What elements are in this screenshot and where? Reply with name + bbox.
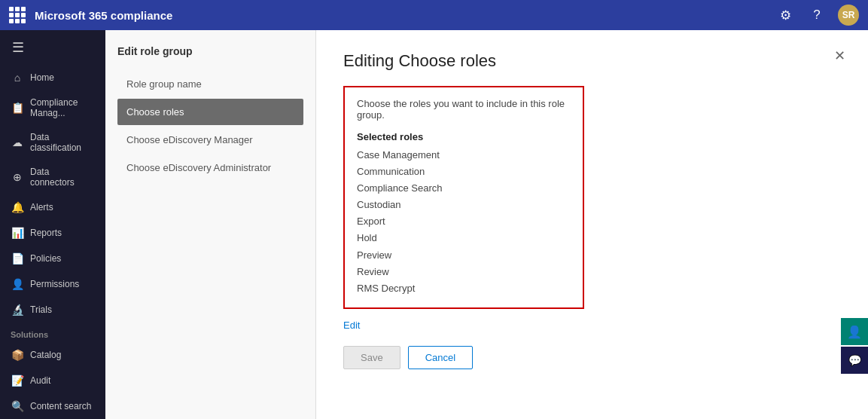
sidebar-item-label: Compliance Manag... (30, 97, 95, 118)
settings-icon[interactable]: ⚙ (775, 5, 796, 26)
list-item: Export (357, 213, 571, 230)
sidebar-item-label: Trials (30, 304, 52, 315)
sidebar-item-label: Content search (30, 401, 91, 411)
role-box-description: Choose the roles you want to include in … (357, 98, 571, 121)
main-layout: ☰ ⌂ Home 📋 Compliance Manag... ☁ Data cl… (0, 30, 868, 419)
bell-icon: 🔔 (11, 201, 24, 213)
chart-icon: 📊 (11, 227, 24, 239)
role-list: Case Management Communication Compliance… (357, 147, 571, 297)
person-icon: 👤 (11, 278, 24, 290)
sidebar-item-label: Data classification (30, 132, 95, 153)
sidebar-item-catalog[interactable]: 📦 Catalog (0, 342, 105, 368)
list-item: Communication (357, 164, 571, 180)
list-item: Compliance Search (357, 180, 571, 197)
sidebar-item-trials[interactable]: 🔬 Trials (0, 297, 105, 323)
sidebar-item-home[interactable]: ⌂ Home (0, 65, 105, 90)
step-label: Choose eDiscovery Manager (126, 134, 253, 145)
cloud-icon: ☁ (11, 136, 24, 148)
avatar[interactable]: SR (838, 5, 859, 26)
sidebar-item-label: Reports (30, 228, 62, 238)
waffle-icon[interactable] (9, 7, 26, 23)
topbar-icons: ⚙ ? SR (775, 5, 859, 26)
flask-icon: 🔬 (11, 304, 24, 316)
help-buttons: 👤 💬 (841, 318, 868, 374)
role-box: Choose the roles you want to include in … (343, 86, 584, 309)
sidebar-item-permissions[interactable]: 👤 Permissions (0, 271, 105, 297)
search-icon: 🔍 (11, 400, 24, 412)
sidebar-item-label: Data connectors (30, 167, 95, 188)
message-icon: 💬 (848, 354, 861, 366)
audit-icon: 📝 (11, 375, 24, 387)
list-item: RMS Decrypt (357, 280, 571, 297)
sidebar: ☰ ⌂ Home 📋 Compliance Manag... ☁ Data cl… (0, 30, 105, 419)
topbar: Microsoft 365 compliance ⚙ ? SR (0, 0, 868, 30)
sidebar-item-compliance-manager[interactable]: 📋 Compliance Manag... (0, 90, 105, 125)
step-choose-ediscovery-admin[interactable]: Choose eDiscovery Administrator (117, 154, 303, 181)
sidebar-item-label: Alerts (30, 202, 53, 213)
step-choose-ediscovery-manager[interactable]: Choose eDiscovery Manager (117, 127, 303, 153)
home-icon: ⌂ (11, 72, 24, 84)
main-content: ✕ Editing Choose roles Choose the roles … (316, 30, 868, 419)
sidebar-item-data-connectors[interactable]: ⊕ Data connectors (0, 160, 105, 194)
save-button: Save (343, 346, 400, 369)
cancel-button[interactable]: Cancel (408, 346, 473, 369)
list-item: Case Management (357, 147, 571, 164)
sidebar-item-audit[interactable]: 📝 Audit (0, 368, 105, 393)
step-label: Choose roles (126, 106, 184, 118)
sidebar-item-label: Audit (30, 375, 50, 386)
selected-roles-label: Selected roles (357, 131, 571, 142)
sidebar-item-label: Catalog (30, 350, 61, 360)
sidebar-item-data-classification[interactable]: ☁ Data classification (0, 125, 105, 160)
list-item: Review (357, 264, 571, 280)
action-buttons: Save Cancel (343, 346, 841, 369)
panel-title: Edit role group (117, 45, 303, 57)
list-item: Hold (357, 230, 571, 246)
step-label: Role group name (126, 78, 202, 90)
solutions-section-title: Solutions (0, 323, 105, 342)
chat-help-button[interactable]: 👤 (841, 318, 868, 345)
step-role-group-name[interactable]: Role group name (117, 71, 303, 97)
help-icon[interactable]: ? (806, 5, 827, 26)
app-title: Microsoft 365 compliance (35, 9, 766, 22)
clipboard-icon: 📋 (11, 102, 24, 114)
step-choose-roles[interactable]: Choose roles (117, 99, 303, 125)
close-button[interactable]: ✕ (829, 45, 850, 66)
sidebar-item-alerts[interactable]: 🔔 Alerts (0, 194, 105, 220)
sidebar-item-content-search[interactable]: 🔍 Content search (0, 393, 105, 419)
edit-link[interactable]: Edit (343, 320, 841, 331)
doc-icon: 📄 (11, 252, 24, 265)
step-label: Choose eDiscovery Administrator (126, 162, 271, 173)
sidebar-item-label: Policies (30, 253, 61, 264)
message-button[interactable]: 💬 (841, 347, 868, 374)
sidebar-item-reports[interactable]: 📊 Reports (0, 220, 105, 246)
connector-icon: ⊕ (11, 171, 24, 183)
catalog-icon: 📦 (11, 349, 24, 361)
list-item: Custodian (357, 197, 571, 213)
sidebar-hamburger[interactable]: ☰ (0, 30, 105, 65)
list-item: Preview (357, 247, 571, 264)
sidebar-item-policies[interactable]: 📄 Policies (0, 246, 105, 271)
page-title: Editing Choose roles (343, 51, 841, 71)
content-panel: Edit role group Role group name Choose r… (105, 30, 316, 419)
sidebar-item-label: Permissions (30, 279, 79, 289)
sidebar-item-label: Home (30, 72, 54, 83)
chat-person-icon: 👤 (847, 325, 862, 339)
